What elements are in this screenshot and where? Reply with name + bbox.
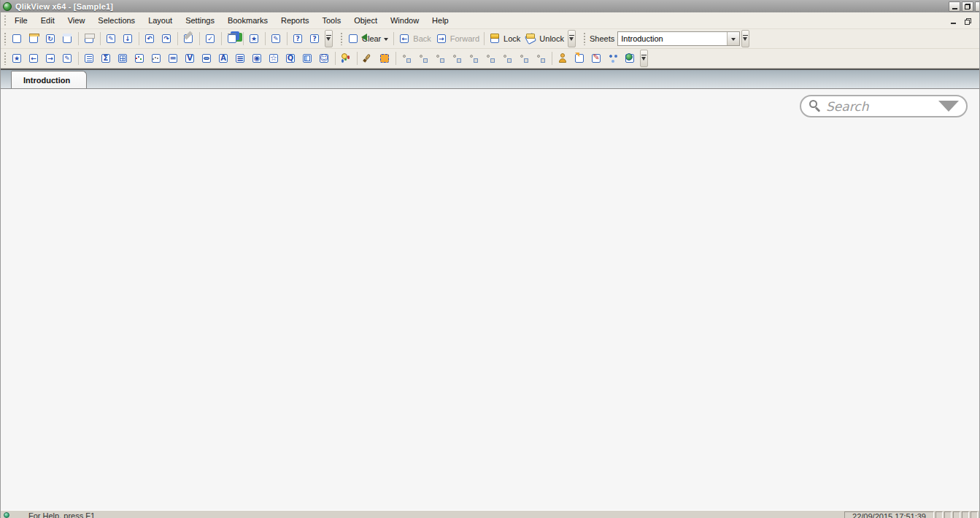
save-button[interactable]	[60, 31, 75, 47]
help-button[interactable]	[290, 31, 306, 47]
minimize-button[interactable]	[949, 1, 960, 12]
new-icon	[11, 33, 23, 45]
document-properties-button[interactable]	[572, 50, 587, 66]
create-slider-object-button[interactable]	[250, 50, 265, 66]
create-text-object-button[interactable]	[216, 50, 231, 66]
restore-button[interactable]	[962, 1, 973, 12]
create-table-box-button[interactable]	[115, 50, 131, 66]
expression-overview-button[interactable]	[606, 50, 621, 66]
create-search-object-button[interactable]	[283, 50, 298, 66]
menu-item-view[interactable]: View	[61, 14, 92, 27]
format-painter-button[interactable]	[360, 50, 376, 66]
current-selections-button[interactable]	[203, 31, 218, 47]
menu-item-file[interactable]: File	[8, 14, 34, 27]
back-label: Back	[413, 34, 431, 43]
search-object[interactable]	[800, 95, 968, 117]
quick-chart-wizard-button[interactable]	[225, 31, 240, 47]
menu-item-selections[interactable]: Selections	[91, 14, 142, 27]
create-listbox-button[interactable]	[82, 50, 97, 66]
create-chart-button[interactable]	[132, 50, 147, 66]
open-file-button[interactable]	[26, 31, 42, 47]
toolbar-separator	[177, 32, 178, 45]
create-line-arrow-object-button[interactable]	[233, 50, 248, 66]
sheet-selector[interactable]: Introduction	[617, 31, 740, 46]
time-chart-wizard-button[interactable]	[339, 50, 354, 66]
toolbar-separator	[396, 52, 396, 65]
toolbar-separator	[265, 32, 266, 45]
align-bottom-button[interactable]	[450, 50, 465, 66]
sheet-properties-button[interactable]	[60, 50, 75, 66]
space-horizontally-button[interactable]	[500, 50, 515, 66]
menu-item-edit[interactable]: Edit	[34, 14, 61, 27]
center-horizontally-button[interactable]	[416, 50, 431, 66]
redo-icon	[161, 33, 173, 45]
minimize-icon	[952, 8, 957, 9]
create-button-button[interactable]	[199, 50, 215, 66]
new-document-button[interactable]	[9, 31, 25, 47]
reload-data-button[interactable]	[120, 31, 136, 47]
create-current-selections-box-button[interactable]	[182, 50, 198, 66]
overflow-chevron-icon	[743, 34, 748, 43]
search-dropdown-icon[interactable]	[938, 101, 959, 112]
menu-item-settings[interactable]: Settings	[179, 14, 221, 27]
status-timestamp: 22/09/2015 17:51:39	[844, 511, 934, 518]
menu-item-window[interactable]: Window	[384, 14, 425, 27]
redo-layout-change-button	[159, 31, 174, 47]
space-vertically-button[interactable]	[517, 50, 532, 66]
create-multi-box-button[interactable]	[149, 50, 164, 66]
edit-module-button[interactable]	[589, 50, 604, 66]
adjust-positions-button[interactable]	[533, 50, 549, 66]
add-bookmark-button[interactable]	[247, 31, 262, 47]
tab-introduction[interactable]: Introduction	[11, 71, 87, 88]
search-input[interactable]	[823, 99, 938, 114]
navigation-toolbar-overflow-button[interactable]	[568, 30, 576, 47]
design-grid-toggle-button[interactable]	[377, 50, 393, 66]
text-obj-icon	[217, 53, 230, 64]
chart-icon	[134, 53, 146, 64]
create-input-box-button[interactable]	[166, 50, 181, 66]
align-top-button[interactable]	[483, 50, 498, 66]
sheet-tab-strip: Introduction	[1, 69, 979, 89]
menu-item-object[interactable]: Object	[347, 14, 384, 27]
bmk-obj-icon	[268, 53, 280, 64]
context-help-button[interactable]	[307, 31, 323, 47]
center-vertically-button[interactable]	[466, 50, 482, 66]
restore-document-button[interactable]	[963, 16, 972, 25]
edit-script-icon	[105, 33, 117, 45]
print-button	[82, 31, 97, 47]
user-preferences-button[interactable]	[555, 50, 571, 66]
multibox-icon	[150, 53, 163, 64]
minimize-icon	[951, 23, 956, 24]
sheets-toolbar-overflow[interactable]	[741, 30, 749, 47]
create-bookmark-object-button[interactable]	[266, 50, 282, 66]
sheet-selector-dropdown-button[interactable]	[727, 32, 739, 45]
editmodule-icon	[590, 53, 603, 64]
lock-selections-button[interactable]: Lock	[487, 31, 522, 47]
toolbar-separator	[221, 32, 222, 45]
add-sheet-button[interactable]	[9, 50, 25, 66]
design-toolbar-overflow-button[interactable]	[640, 50, 648, 67]
menu-item-bookmarks[interactable]: Bookmarks	[221, 14, 274, 27]
create-container-button[interactable]	[300, 50, 315, 66]
menu-item-reports[interactable]: Reports	[274, 14, 316, 27]
chevron-down-icon	[384, 38, 388, 43]
align-left-button[interactable]	[399, 50, 414, 66]
standard-toolbar-overflow-button[interactable]	[325, 30, 333, 47]
menu-item-tools[interactable]: Tools	[315, 14, 347, 27]
back-icon	[398, 33, 411, 45]
close-button[interactable]	[975, 1, 979, 12]
create-statistics-box-button[interactable]	[99, 50, 114, 66]
minimize-document-button[interactable]	[949, 16, 957, 25]
menu-item-layout[interactable]: Layout	[142, 14, 179, 27]
toolbar-separator	[393, 32, 394, 45]
webview-toggle-button[interactable]	[622, 50, 638, 66]
edit-script-button[interactable]	[104, 31, 119, 47]
unlock-selections-button[interactable]: Unlock	[523, 31, 566, 47]
menu-item-help[interactable]: Help	[425, 14, 455, 27]
align-right-button[interactable]	[433, 50, 448, 66]
align-icon	[451, 53, 463, 64]
create-custom-object-button[interactable]	[317, 50, 332, 66]
demote-icon	[45, 53, 57, 64]
whatsthis-icon	[309, 33, 321, 45]
clear-selections-button[interactable]: Clear	[346, 31, 390, 47]
